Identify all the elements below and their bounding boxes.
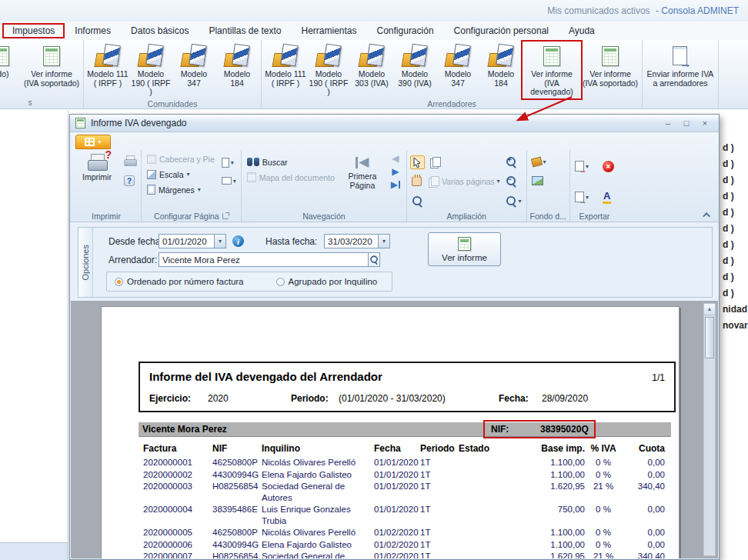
margenes-dropdown[interactable]: Márgenes ▾ (145, 182, 217, 197)
menu-item-datos-b-sicos[interactable]: Datos básicos (121, 23, 199, 38)
scroll-up-button[interactable]: ▲ (704, 304, 715, 315)
radio-agrupado-inquilino[interactable]: Agrupado por Inquilino (276, 277, 378, 286)
ribbon-button-ver-informe-iva-soportado[interactable]: Ver informe (IVA soportado) (581, 42, 639, 89)
arrendador-search-button[interactable] (368, 253, 379, 266)
ribbon-button-modelo-303-iva[interactable]: Modelo 303 (IVA) (350, 42, 393, 89)
cell: 340,40 (622, 551, 666, 558)
cell: 2020000005 (143, 527, 212, 539)
arrendador-input[interactable]: Vicente Mora Perez (159, 252, 380, 267)
next-page-button[interactable]: ▶ (388, 166, 403, 178)
last-page-button[interactable]: ▶ (388, 179, 403, 191)
ribbon-button-ado[interactable]: ado) (0, 42, 22, 81)
cell: 1T (420, 551, 459, 558)
menu-item-configuraci-n[interactable]: Configuración (367, 23, 444, 38)
imprimir-label: Imprimir (82, 173, 112, 182)
cell: 1.100,00 (500, 457, 586, 469)
collapse-ribbon-button[interactable] (702, 210, 713, 219)
cell: 0 % (586, 539, 622, 552)
column-header-fecha: Fecha (374, 443, 420, 457)
vertical-scrollbar[interactable]: ▲ (703, 303, 716, 556)
desde-fecha-combobox[interactable]: 01/01/2020 ▾ (159, 234, 226, 248)
mapa-documento-button[interactable]: Mapa del documento (245, 170, 337, 185)
page-layout-button[interactable] (429, 155, 500, 169)
escala-dropdown[interactable]: Escala ▾ (145, 167, 217, 182)
ribbon-button-modelo-111-irpf[interactable]: Modelo 111 ( IRPF ) (264, 42, 307, 89)
chevron-down-icon: ▾ (233, 178, 236, 185)
combo-dropdown-button[interactable]: ▾ (214, 235, 225, 248)
close-preview-button[interactable]: × (601, 159, 616, 173)
left-bottom-panel (0, 542, 68, 560)
background-color-dropdown[interactable]: ▾ (530, 155, 566, 168)
menu-item-configuraci-n-personal[interactable]: Configuración personal (444, 23, 559, 38)
menu-item-herramientas[interactable]: Herramientas (291, 23, 366, 38)
cabecera-pie-button[interactable]: Cabecera y Pie (145, 152, 217, 166)
options-panel: Opciones Desde fecha: 01/01/2020 ▾ i Has… (78, 227, 713, 298)
ribbon-button-ver-informe-iva-devengado[interactable]: Ver informe (IVA devengado) (523, 42, 581, 98)
paper-size-dropdown[interactable]: ▾ (220, 155, 238, 169)
export-document-dropdown[interactable]: ▾ (573, 159, 590, 173)
document-map-icon (247, 172, 256, 182)
zoom-tool-button[interactable] (410, 194, 425, 208)
hand-tool-button[interactable] (410, 175, 425, 188)
close-button[interactable]: × (697, 117, 713, 129)
cell: 0,00 (622, 539, 666, 552)
font-color-button[interactable]: A (601, 190, 616, 204)
minimize-button[interactable]: – (660, 117, 676, 129)
pages-icon (430, 157, 441, 167)
ribbon-button-enviar-informe-iva-a-arrendadores[interactable]: Enviar informe IVA a arrendadores (645, 42, 716, 89)
combo-dropdown-button[interactable]: ▾ (378, 235, 389, 248)
primera-pagina-button[interactable]: ◀ Primera Página (340, 152, 385, 210)
radio-ordenado-numero[interactable]: Ordenado por número factura (115, 277, 244, 286)
chevron-down-icon: ▾ (519, 198, 522, 205)
menu-item-ayuda[interactable]: Ayuda (559, 23, 605, 38)
options-tab[interactable]: Opciones (78, 228, 93, 297)
column-header-periodo: Periodo (420, 443, 459, 457)
zoom-dropdown[interactable]: ▾ (504, 194, 523, 208)
ribbon-button-modelo-390-iva[interactable]: Modelo 390 (IVA) (393, 42, 436, 89)
ribbon-button-ver-informe-iva-soportado[interactable]: Ver informe (IVA soportado) (22, 42, 81, 89)
ribbon-button-modelo-190-irpf[interactable]: Modelo 190 ( IRPF ) (307, 42, 350, 98)
cell (459, 551, 500, 558)
orientation-dropdown[interactable]: ▾ (220, 174, 238, 188)
ribbon-button-modelo-347[interactable]: Modelo 347 (172, 42, 215, 89)
buscar-button[interactable]: Buscar (245, 155, 337, 169)
ribbon-button-modelo-347[interactable]: Modelo 347 (436, 42, 479, 89)
app-menu-button[interactable]: ▾ (75, 135, 111, 149)
dialog-title-bar[interactable]: Informe IVA devengado – □ × (70, 115, 719, 132)
invoice-row: 202000000438395486ELuis Enrique Gonzales… (143, 504, 666, 527)
varias-paginas-dropdown[interactable]: Varias páginas ▾ (429, 176, 500, 186)
ribbon-button-modelo-111-irpf[interactable]: Modelo 111 ( IRPF ) (86, 42, 129, 89)
quick-print-button[interactable] (122, 155, 138, 169)
print-help-button[interactable]: ? (122, 174, 138, 188)
menu-item-informes[interactable]: Informes (65, 23, 121, 38)
send-email-dropdown[interactable]: ▾ (573, 190, 590, 204)
main-ribbon: ado)Ver informe (IVA soportado)sModelo 1… (0, 40, 748, 109)
periodo-value: (01/01/2020 - 31/03/2020) (339, 393, 446, 404)
ver-informe-button[interactable]: Ver informe (428, 232, 501, 266)
zoom-out-button[interactable]: − (504, 175, 523, 188)
menu-item-plantillas-de-texto[interactable]: Plantillas de texto (199, 23, 291, 38)
cell: Elena Fajardo Galisteo (262, 469, 374, 482)
hasta-fecha-combobox[interactable]: 31/03/2020 ▾ (324, 234, 390, 248)
dialog-launcher-icon[interactable] (222, 213, 229, 219)
watermark-button[interactable] (530, 174, 566, 188)
ribbon-button-modelo-184[interactable]: Modelo 184 (479, 42, 523, 89)
scale-icon (147, 170, 156, 179)
previous-page-button[interactable]: ◀ (388, 153, 403, 165)
ribbon-button-modelo-184[interactable]: Modelo 184 (215, 42, 259, 89)
fecha-label: Fecha: (499, 393, 529, 404)
menu-item-impuestos[interactable]: Impuestos (2, 23, 65, 38)
group-label-fondo: Fondo d... (530, 212, 566, 221)
pointer-tool-button[interactable] (410, 155, 425, 169)
scrollbar-thumb[interactable] (705, 317, 714, 358)
invoice-row: 202000000546250800PNicolás Olivares Pere… (143, 527, 666, 539)
maximize-button[interactable]: □ (679, 117, 694, 129)
imprimir-button[interactable]: ? Imprimir (75, 152, 119, 210)
ribbon-button-modelo-190-irpf[interactable]: Modelo 190 ( IRPF ) (129, 42, 172, 98)
radio-agrupado-label: Agrupado por Inquilino (289, 277, 378, 286)
zoom-in-button[interactable]: + (504, 155, 523, 169)
info-icon[interactable]: i (232, 235, 244, 247)
fecha-value: 28/09/2020 (542, 393, 588, 404)
cell: 750,00 (500, 504, 586, 527)
report-icon (543, 46, 560, 66)
